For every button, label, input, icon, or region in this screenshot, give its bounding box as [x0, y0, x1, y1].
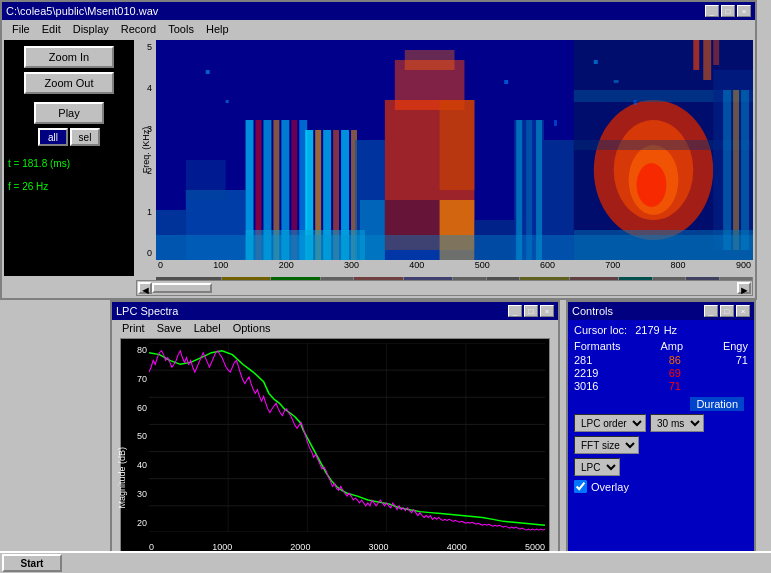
zoom-out-button[interactable]: Zoom Out — [24, 72, 114, 94]
lpc-order-value-select[interactable]: 30 ms — [650, 414, 704, 432]
scroll-thumb[interactable] — [152, 283, 212, 293]
overlay-checkbox[interactable] — [574, 480, 587, 493]
svg-rect-4 — [186, 160, 226, 200]
svg-rect-51 — [504, 80, 508, 84]
main-window: C:\colea5\public\Msent010.wav _ □ × File… — [0, 0, 757, 300]
lpc-minimize[interactable]: _ — [508, 305, 522, 317]
maximize-button[interactable]: □ — [721, 5, 735, 17]
controls-close[interactable]: × — [736, 305, 750, 317]
time-axis: 0 100 200 300 400 500 600 700 800 900 — [156, 260, 753, 278]
lpc-ytick-50: 50 — [121, 431, 149, 441]
duration-label: Duration — [690, 397, 744, 411]
controls-minimize[interactable]: _ — [704, 305, 718, 317]
formant1-freq: 281 — [574, 354, 614, 366]
time-tick-300: 300 — [344, 260, 359, 278]
svg-rect-44 — [703, 40, 711, 80]
formant2-freq: 2219 — [574, 367, 614, 379]
zoom-in-button[interactable]: Zoom In — [24, 46, 114, 68]
lpc-ytick-70: 70 — [121, 374, 149, 384]
svg-rect-43 — [693, 40, 699, 70]
svg-rect-49 — [206, 70, 210, 74]
cursor-label: Cursor loc: — [574, 324, 627, 336]
lpc-ytick-20: 20 — [121, 518, 149, 528]
h-scrollbar[interactable]: ◄ ► — [136, 280, 753, 296]
lpc-menu-save[interactable]: Save — [151, 322, 188, 334]
overlay-row: Overlay — [574, 480, 748, 493]
scroll-right-button[interactable]: ► — [737, 282, 751, 294]
lpc-close[interactable]: × — [540, 305, 554, 317]
lpc-select[interactable]: LPC — [574, 458, 620, 476]
formants-label: Formants — [574, 340, 620, 352]
menu-file[interactable]: File — [6, 22, 36, 36]
controls-window: Controls _ □ × Cursor loc: 2179 Hz Forma… — [566, 300, 756, 565]
svg-rect-48 — [574, 230, 753, 260]
formant3-amp: 71 — [651, 380, 681, 392]
controls-title-bar: Controls _ □ × — [568, 302, 754, 320]
spectrogram-canvas[interactable] — [156, 40, 753, 260]
scroll-left-button[interactable]: ◄ — [138, 282, 152, 294]
svg-rect-45 — [713, 40, 719, 65]
lpc-plot[interactable]: 80 70 60 50 40 30 20 Magnitude (dB) — [120, 338, 550, 555]
lpc-order-row: LPC order 30 ms — [574, 414, 748, 432]
time-tick-600: 600 — [540, 260, 555, 278]
scroll-track[interactable] — [152, 283, 737, 293]
lpc-ytick-60: 60 — [121, 403, 149, 413]
menu-record[interactable]: Record — [115, 22, 162, 36]
play-button[interactable]: Play — [34, 102, 104, 124]
cursor-unit: Hz — [664, 324, 677, 336]
lpc-menu-label[interactable]: Label — [188, 322, 227, 334]
start-button[interactable]: Start — [2, 554, 62, 572]
svg-rect-47 — [246, 230, 365, 260]
minimize-button[interactable]: _ — [705, 5, 719, 17]
lpc-maximize[interactable]: □ — [524, 305, 538, 317]
taskbar: Start — [0, 551, 771, 573]
lpc-order-select[interactable]: LPC order — [574, 414, 646, 432]
main-window-controls: _ □ × — [705, 5, 751, 17]
formant3-engy — [718, 380, 748, 392]
menu-display[interactable]: Display — [67, 22, 115, 36]
formant-row-3: 3016 71 — [574, 380, 748, 392]
fft-size-select[interactable]: FFT size — [574, 436, 639, 454]
menu-tools[interactable]: Tools — [162, 22, 200, 36]
svg-rect-52 — [554, 120, 557, 126]
time-tick-0: 0 — [158, 260, 163, 278]
lpc-y-label: Magnitude (dB) — [117, 447, 127, 509]
menu-bar: File Edit Display Record Tools Help — [2, 20, 755, 38]
lpc-menu-print[interactable]: Print — [116, 322, 151, 334]
time-tick-200: 200 — [279, 260, 294, 278]
lpc-window-controls: _ □ × — [508, 305, 554, 317]
play-all-button[interactable]: all — [38, 128, 68, 146]
formant1-amp: 86 — [651, 354, 681, 366]
left-panel: Zoom In Zoom Out Play all sel t = 181.8 … — [4, 40, 134, 276]
fft-size-row: FFT size — [574, 436, 748, 454]
formant-row-1: 281 86 71 — [574, 354, 748, 366]
play-sel-button[interactable]: sel — [70, 128, 100, 146]
freq-y-label-container: Freq. (KHz) — [136, 40, 156, 260]
cursor-value: 2179 — [635, 324, 659, 336]
svg-rect-53 — [594, 60, 598, 64]
overlay-label: Overlay — [591, 481, 629, 493]
time-tick-400: 400 — [409, 260, 424, 278]
controls-title-text: Controls — [572, 305, 613, 317]
time-status: t = 181.8 (ms) — [8, 158, 70, 169]
svg-point-36 — [637, 163, 667, 207]
cursor-row: Cursor loc: 2179 Hz — [574, 324, 748, 336]
lpc-svg — [149, 343, 545, 532]
lpc-menu-options[interactable]: Options — [227, 322, 277, 334]
menu-help[interactable]: Help — [200, 22, 235, 36]
svg-rect-23 — [405, 50, 455, 70]
controls-window-buttons: _ □ × — [704, 305, 750, 317]
svg-rect-42 — [741, 90, 749, 250]
time-tick-700: 700 — [605, 260, 620, 278]
controls-maximize[interactable]: □ — [720, 305, 734, 317]
time-tick-800: 800 — [671, 260, 686, 278]
svg-rect-41 — [733, 90, 739, 250]
menu-edit[interactable]: Edit — [36, 22, 67, 36]
close-button[interactable]: × — [737, 5, 751, 17]
svg-rect-25 — [440, 100, 475, 190]
svg-rect-40 — [723, 90, 731, 250]
time-tick-500: 500 — [475, 260, 490, 278]
time-tick-100: 100 — [213, 260, 228, 278]
lpc-window: LPC Spectra _ □ × Print Save Label Optio… — [110, 300, 560, 565]
lpc-row: LPC — [574, 458, 748, 476]
